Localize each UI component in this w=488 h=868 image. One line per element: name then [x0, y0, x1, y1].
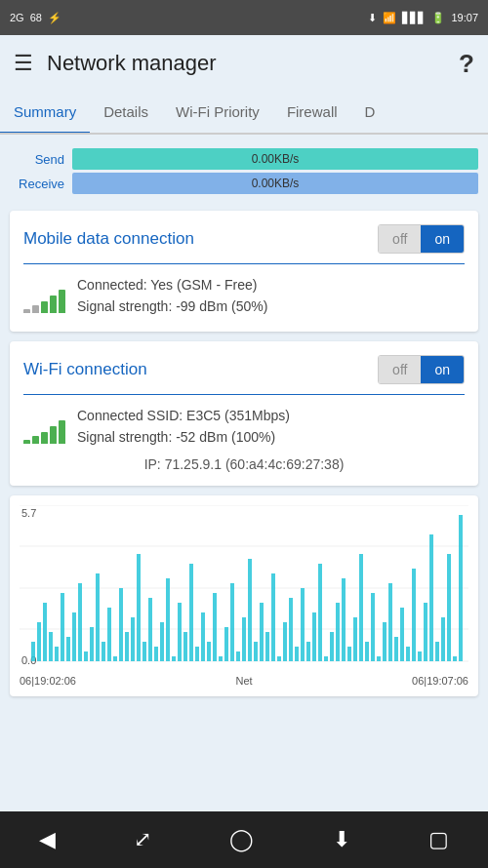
receive-traffic-row: Receive 0.00KB/s: [10, 173, 478, 194]
mobile-signal-icon: [23, 278, 65, 313]
svg-rect-41: [230, 583, 234, 661]
receive-label: Receive: [10, 177, 72, 191]
mobile-toggle-off[interactable]: off: [379, 225, 421, 253]
svg-rect-68: [388, 583, 392, 661]
bluetooth-icon: ⬇︎: [368, 12, 377, 24]
mobile-card-divider: [23, 263, 465, 264]
network-2g-icon: 2G: [10, 12, 24, 23]
svg-rect-29: [160, 622, 164, 661]
svg-rect-67: [383, 622, 386, 661]
svg-rect-27: [148, 598, 152, 661]
recent-apps-icon[interactable]: ▢: [428, 827, 449, 852]
send-label: Send: [10, 152, 72, 167]
svg-rect-64: [365, 642, 369, 661]
signal-bars-icon: ▋▋▋: [402, 12, 426, 24]
svg-rect-73: [418, 651, 422, 661]
wifi-ip-address: IP: 71.25.9.1 (60:a4:4c:69:27:38): [23, 456, 465, 472]
svg-rect-76: [435, 642, 439, 661]
wifi-signal-icon: [23, 409, 65, 444]
chart-area: 5.7 0.0: [20, 505, 468, 671]
svg-text:5.7: 5.7: [21, 507, 36, 519]
svg-rect-37: [207, 642, 211, 661]
wifi-card: Wi-Fi connection off on Connected SSID: …: [10, 341, 478, 486]
svg-rect-50: [283, 622, 287, 661]
svg-rect-71: [406, 647, 410, 661]
svg-rect-43: [242, 617, 246, 661]
svg-rect-21: [113, 656, 117, 661]
svg-rect-40: [224, 627, 228, 661]
svg-rect-14: [72, 612, 76, 661]
main-content: Send 0.00KB/s Receive 0.00KB/s Mobile da…: [0, 135, 488, 811]
time-display: 19:07: [451, 12, 478, 23]
svg-rect-72: [412, 569, 416, 661]
status-bar-right: ⬇︎ 📶 ▋▋▋ 🔋 19:07: [368, 12, 478, 24]
mobile-card-title: Mobile data connection: [23, 229, 194, 249]
svg-rect-9: [43, 603, 47, 661]
help-icon[interactable]: ?: [459, 49, 474, 79]
app-title: Network manager: [47, 51, 459, 76]
battery-icon: 🔋: [431, 12, 445, 24]
svg-rect-51: [289, 598, 293, 661]
svg-rect-65: [371, 593, 375, 661]
svg-rect-78: [447, 554, 451, 661]
tab-extra[interactable]: D: [351, 92, 389, 133]
bottom-nav: ◀ ⤢ ◯ ⬇ ▢: [0, 811, 488, 868]
mobile-card-body: Connected: Yes (GSM - Free) Signal stren…: [23, 274, 465, 318]
svg-rect-49: [277, 656, 281, 661]
chart-labels: 06|19:02:06 Net 06|19:07:06: [20, 675, 468, 687]
wifi-toggle-on[interactable]: on: [421, 356, 464, 383]
svg-rect-34: [189, 564, 193, 661]
receive-bar-container: 0.00KB/s: [72, 173, 478, 194]
svg-rect-63: [359, 554, 363, 661]
svg-rect-17: [90, 627, 94, 661]
svg-rect-16: [84, 651, 88, 661]
chart-label-center: Net: [235, 675, 252, 687]
svg-rect-75: [429, 534, 433, 661]
svg-rect-10: [49, 632, 53, 661]
send-bar-container: 0.00KB/s: [72, 148, 478, 170]
app-bar: ☰ Network manager ?: [0, 35, 488, 92]
tab-details[interactable]: Details: [90, 92, 162, 133]
mobile-toggle-on[interactable]: on: [421, 225, 464, 253]
mobile-signal-strength: Signal strength: -99 dBm (50%): [77, 296, 465, 317]
svg-rect-52: [295, 647, 299, 661]
svg-rect-26: [142, 642, 146, 661]
svg-rect-15: [78, 583, 82, 661]
send-traffic-row: Send 0.00KB/s: [10, 148, 478, 170]
svg-rect-58: [330, 632, 334, 661]
svg-rect-8: [37, 622, 41, 661]
svg-rect-33: [183, 632, 187, 661]
receive-bar: 0.00KB/s: [72, 173, 478, 194]
back-icon[interactable]: ◀: [39, 827, 56, 852]
mobile-card-info: Connected: Yes (GSM - Free) Signal stren…: [77, 274, 465, 318]
wifi-status-icon: 📶: [383, 12, 396, 24]
wifi-toggle-group: off on: [378, 355, 465, 384]
tab-bar: Summary Details Wi-Fi Priority Firewall …: [0, 92, 488, 135]
wifi-card-header: Wi-Fi connection off on: [23, 355, 465, 384]
svg-rect-54: [306, 642, 310, 661]
svg-rect-39: [219, 656, 223, 661]
svg-rect-45: [254, 642, 258, 661]
chart-label-left: 06|19:02:06: [20, 675, 76, 687]
wifi-toggle-off[interactable]: off: [379, 356, 421, 383]
download-icon[interactable]: ⬇: [333, 827, 350, 852]
svg-rect-19: [102, 642, 105, 661]
hamburger-menu-icon[interactable]: ☰: [14, 51, 33, 76]
mobile-connection-status: Connected: Yes (GSM - Free): [77, 274, 465, 296]
svg-rect-30: [166, 578, 170, 661]
svg-rect-80: [459, 515, 463, 661]
svg-rect-74: [424, 603, 427, 661]
tab-summary[interactable]: Summary: [0, 92, 90, 135]
wifi-card-body: Connected SSID: E3C5 (351Mbps) Signal st…: [23, 405, 465, 449]
svg-rect-42: [236, 651, 240, 661]
tab-firewall[interactable]: Firewall: [273, 92, 351, 133]
svg-rect-57: [324, 656, 328, 661]
mobile-toggle-group: off on: [378, 224, 465, 254]
svg-rect-48: [271, 573, 275, 661]
mobile-card-header: Mobile data connection off on: [23, 224, 465, 254]
wifi-signal-strength: Signal strength: -52 dBm (100%): [77, 426, 465, 448]
tab-wifi-priority[interactable]: Wi-Fi Priority: [162, 92, 273, 133]
home-minimize-icon[interactable]: ⤢: [134, 827, 151, 852]
svg-rect-61: [347, 647, 351, 661]
home-circle-icon[interactable]: ◯: [229, 827, 254, 852]
